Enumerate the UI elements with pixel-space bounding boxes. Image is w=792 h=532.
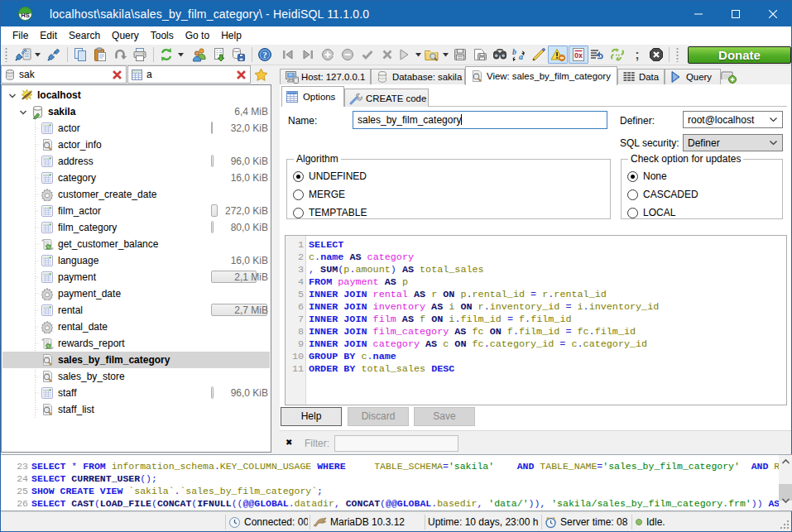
close-filter-button[interactable]: ✖ — [286, 438, 292, 447]
tree-item-actor[interactable]: actor32,0 KiB — [2, 120, 270, 137]
view-sql-editor[interactable]: 1SELECT2c.name AS category3, SUM(p.amoun… — [285, 235, 787, 405]
tree-item-film_category[interactable]: film_category80,0 KiB — [2, 219, 270, 236]
radio-merge[interactable]: MERGE — [293, 189, 345, 200]
tree-item-rewards_report[interactable]: rewards_report — [2, 335, 270, 352]
tab-options[interactable]: Options — [281, 86, 344, 107]
apply-button[interactable] — [358, 46, 377, 64]
tree-item-rental_date[interactable]: rental_date — [2, 319, 270, 335]
radio-undefined[interactable]: UNDEFINED — [293, 170, 367, 182]
scroll-down-button[interactable] — [779, 494, 792, 510]
menu-go-to[interactable]: Go to — [180, 26, 215, 45]
tree-item-actor_info[interactable]: actor_info — [2, 137, 270, 153]
undo-button[interactable] — [111, 46, 129, 64]
new-query-tab-button[interactable] — [720, 69, 737, 84]
tab-view[interactable]: View: sales_by_film_category — [465, 66, 617, 85]
disconnect-button[interactable] — [45, 46, 63, 64]
tab-query[interactable]: Query — [665, 69, 721, 84]
radio-button[interactable] — [293, 189, 304, 200]
close-button[interactable] — [754, 1, 791, 26]
open-file-button-dropdown[interactable] — [441, 46, 450, 64]
menu-tools[interactable]: Tools — [145, 26, 180, 45]
table-filter-input[interactable]: a — [127, 65, 251, 84]
tree-item-payment[interactable]: payment2,1 MiB — [2, 269, 270, 285]
radio-button[interactable] — [293, 171, 304, 182]
stop-button[interactable] — [647, 46, 665, 64]
session-manager-button[interactable] — [14, 46, 32, 64]
refresh-button-dropdown[interactable] — [176, 46, 185, 64]
session-manager-button-dropdown[interactable] — [33, 46, 42, 64]
tree-item-sales_by_film_category[interactable]: sales_by_film_category — [2, 352, 270, 368]
tree-item-rental[interactable]: rental2,7 MiB — [2, 302, 270, 319]
tree-item-sales_by_store[interactable]: sales_by_store — [2, 368, 270, 385]
help-button[interactable]: Help — [281, 407, 342, 426]
save-button[interactable]: Save — [414, 407, 475, 426]
sql-security-combobox[interactable]: Definer — [683, 134, 783, 151]
cancel-button[interactable] — [378, 46, 396, 64]
tree-item-staff_list[interactable]: staff_list — [2, 401, 270, 418]
log-scrollbar[interactable] — [779, 455, 792, 510]
tree-item-payment_date[interactable]: payment_date — [2, 285, 270, 302]
clear-database-filter-button[interactable] — [111, 69, 123, 81]
paste-button[interactable] — [91, 46, 109, 64]
db-save-button[interactable] — [229, 46, 247, 64]
tree-item-film_actor[interactable]: film_actor272,0 KiB — [2, 203, 270, 219]
tree-item-sakila[interactable]: sakila6,4 MiB — [2, 103, 270, 120]
menu-file[interactable]: File — [7, 26, 34, 45]
radio-none[interactable]: None — [627, 170, 667, 182]
tab-data[interactable]: Data — [617, 69, 665, 84]
tree-item-localhost[interactable]: localhost — [2, 87, 270, 103]
user-manager-button[interactable] — [190, 46, 209, 64]
radio-button[interactable] — [293, 208, 304, 218]
radio-button[interactable] — [627, 189, 638, 200]
tab-create-code[interactable]: CREATE code — [344, 89, 429, 107]
save-button[interactable] — [451, 46, 469, 64]
open-file-button[interactable] — [422, 46, 440, 64]
donate-button[interactable]: Donate — [688, 46, 791, 64]
scroll-up-button[interactable] — [779, 455, 792, 472]
toggle-hex-button[interactable]: 0x — [569, 46, 588, 64]
name-input[interactable]: sales_by_film_category — [353, 111, 607, 129]
radio-temptable[interactable]: TEMPTABLE — [293, 207, 367, 218]
radio-cascaded[interactable]: CASCADED — [627, 189, 698, 200]
last-record-button[interactable] — [299, 46, 317, 64]
radio-button[interactable] — [627, 171, 638, 182]
definer-combobox[interactable]: root@localhost — [683, 111, 783, 128]
delimiter-button[interactable]: ; — [628, 46, 646, 64]
menu-help[interactable]: Help — [215, 26, 247, 45]
tree-item-address[interactable]: address96,0 KiB — [2, 153, 270, 170]
first-record-button[interactable] — [279, 46, 297, 64]
tree-expander[interactable] — [8, 91, 17, 103]
replace-button[interactable]: ba — [510, 46, 528, 64]
print-button[interactable] — [131, 46, 149, 64]
tree-item-staff[interactable]: staff96,0 KiB — [2, 385, 270, 401]
discard-button[interactable]: Discard — [348, 407, 409, 426]
highlight-button[interactable] — [529, 46, 547, 64]
menu-search[interactable]: Search — [63, 26, 106, 45]
tree-item-category[interactable]: category16,0 KiB — [2, 170, 270, 186]
tab-database[interactable]: Database: sakila — [371, 69, 465, 84]
export-button[interactable] — [210, 46, 228, 64]
tree-item-language[interactable]: language16,0 KiB — [2, 252, 270, 269]
run-button[interactable] — [395, 46, 413, 64]
minimize-button[interactable] — [679, 1, 717, 26]
save-as-button[interactable] — [471, 46, 489, 64]
refresh-button[interactable] — [157, 46, 175, 64]
clear-table-filter-button[interactable] — [235, 69, 247, 81]
tree-expander[interactable] — [19, 108, 27, 119]
tree-item-customer_create_date[interactable]: customer_create_date — [2, 186, 270, 203]
radio-local[interactable]: LOCAL — [627, 207, 675, 218]
help-button[interactable]: ? — [256, 46, 274, 64]
toggle-warnings-button[interactable] — [548, 46, 568, 64]
menu-query[interactable]: Query — [106, 26, 145, 45]
bind-params-button[interactable] — [588, 46, 607, 64]
delete-record-button[interactable] — [338, 46, 357, 64]
filter-input[interactable] — [334, 435, 458, 452]
tab-host[interactable]: Host: 127.0.0.1 — [280, 69, 371, 84]
menu-edit[interactable]: Edit — [34, 26, 63, 45]
radio-button[interactable] — [627, 208, 638, 218]
favorites-star-button[interactable] — [254, 68, 268, 82]
insert-record-button[interactable] — [319, 46, 337, 64]
tree-item-get_customer_balance[interactable]: get_customer_balance — [2, 236, 270, 252]
maximize-button[interactable] — [717, 1, 754, 26]
copy-button[interactable] — [71, 46, 89, 64]
